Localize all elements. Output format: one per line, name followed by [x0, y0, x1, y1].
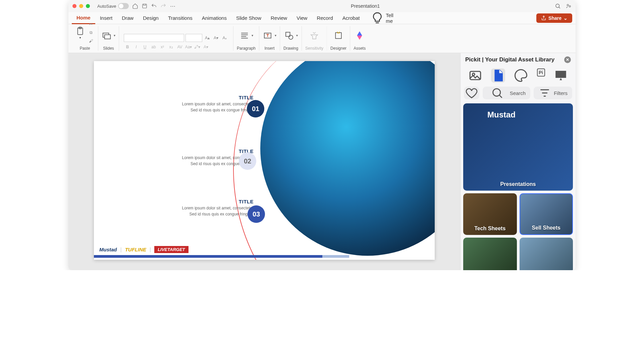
designer-icon[interactable]: [333, 31, 343, 41]
card-sell-sheets[interactable]: Sell Sheets: [520, 193, 573, 235]
content-area: TITLE Lorem ipsum dolor sit amet, consec…: [68, 53, 576, 270]
save-icon[interactable]: [142, 3, 148, 9]
card-presentations[interactable]: Mustad Presentations: [463, 103, 573, 191]
group-label: Assets: [354, 46, 366, 51]
group-label: Slides: [103, 46, 114, 51]
paste-icon[interactable]: [75, 26, 85, 36]
shapes-icon[interactable]: [284, 31, 294, 41]
svg-rect-11: [335, 33, 341, 39]
redo-icon[interactable]: [160, 3, 166, 9]
group-label: Designer: [330, 46, 346, 51]
group-label: Paste: [80, 46, 90, 51]
card-thumb[interactable]: [520, 238, 573, 270]
favorites-button[interactable]: [464, 87, 479, 99]
tab-view[interactable]: View: [292, 12, 312, 23]
close-window-button[interactable]: [72, 4, 76, 8]
tab-animations[interactable]: Animations: [197, 12, 231, 23]
superscript-button[interactable]: x²: [159, 43, 166, 51]
tab-acrobat[interactable]: Acrobat: [338, 12, 365, 23]
font-family-select[interactable]: [124, 34, 184, 42]
brand-mustad: Mustad: [99, 247, 117, 252]
group-sensitivity: Sensitivity: [302, 26, 327, 51]
slide-canvas-area[interactable]: TITLE Lorem ipsum dolor sit amet, consec…: [68, 53, 460, 270]
svg-rect-0: [143, 4, 147, 8]
italic-button[interactable]: I: [132, 43, 140, 51]
card-label: Tech Sheets: [463, 226, 517, 232]
strike-button[interactable]: ab: [150, 43, 157, 51]
badge-03: 03: [248, 205, 265, 223]
slide[interactable]: TITLE Lorem ipsum dolor sit amet, consec…: [94, 61, 435, 260]
tab-insert[interactable]: Insert: [95, 12, 117, 23]
tell-me-label: Tell me: [386, 12, 394, 24]
autosave-label: AutoSave: [97, 4, 116, 9]
group-paragraph: ▾ Paragraph: [233, 26, 259, 51]
underline-button[interactable]: U: [141, 43, 149, 51]
window-controls: [72, 4, 90, 8]
document-title: Presentation1: [179, 3, 551, 9]
share-button[interactable]: Share ⌄: [536, 13, 572, 23]
bold-button[interactable]: B: [124, 43, 131, 51]
progress-bar: [94, 255, 322, 258]
search-placeholder: Search: [510, 90, 526, 96]
undo-icon[interactable]: [151, 3, 157, 9]
search-input[interactable]: Search: [483, 87, 530, 99]
change-case-button[interactable]: Aa▾: [185, 43, 192, 51]
textbox-icon[interactable]: [263, 31, 273, 41]
tab-transitions[interactable]: Transitions: [163, 12, 197, 23]
svg-point-1: [556, 4, 559, 8]
tab-pi-icon[interactable]: Pi: [537, 68, 545, 77]
highlight-button[interactable]: 🖍▾: [194, 43, 201, 51]
card-label: Presentations: [463, 181, 573, 187]
minimize-window-button[interactable]: [79, 4, 83, 8]
group-clipboard: ▾ ✂ ⧉ 🖌 Paste: [72, 26, 98, 51]
svg-point-2: [567, 4, 569, 6]
autosave-control: AutoSave: [97, 3, 129, 9]
group-assets: Assets: [350, 26, 369, 51]
maximize-window-button[interactable]: [86, 4, 90, 8]
autosave-toggle[interactable]: [118, 3, 129, 9]
copy-icon[interactable]: ⧉: [87, 29, 95, 36]
svg-point-10: [288, 35, 293, 39]
new-slide-icon[interactable]: [102, 31, 112, 41]
slide-item-1: TITLE Lorem ipsum dolor sit amet, consec…: [182, 95, 254, 112]
assets-icon[interactable]: [355, 31, 365, 41]
cut-icon[interactable]: ✂: [87, 20, 95, 28]
card-brand-label: Mustad: [487, 110, 516, 119]
tab-review[interactable]: Review: [266, 12, 292, 23]
tab-documents-icon[interactable]: [491, 68, 505, 83]
increase-font-icon[interactable]: A▴: [204, 34, 211, 42]
item-line2: Sed id risus quis ex congue fringilla: [182, 108, 254, 112]
tab-draw[interactable]: Draw: [117, 12, 138, 23]
clear-format-icon[interactable]: Aₓ: [221, 34, 228, 42]
account-icon[interactable]: [566, 3, 572, 9]
more-icon[interactable]: ⋯: [170, 3, 176, 9]
subscript-button[interactable]: x₂: [167, 43, 175, 51]
asset-grid: Mustad Presentations Tech Sheets Sell Sh…: [461, 103, 576, 270]
tab-design[interactable]: Design: [138, 12, 163, 23]
tab-record[interactable]: Record: [312, 12, 337, 23]
share-label: Share: [548, 15, 561, 21]
search-icon[interactable]: [555, 3, 561, 9]
title-bar: AutoSave ⋯ Presentation1: [68, 0, 576, 12]
card-tech-sheets[interactable]: Tech Sheets: [463, 193, 517, 235]
panel-close-button[interactable]: ✕: [564, 56, 571, 63]
tab-slide-show[interactable]: Slide Show: [231, 12, 266, 23]
format-painter-icon[interactable]: 🖌: [87, 37, 95, 45]
font-size-select[interactable]: [185, 34, 202, 42]
badge-02: 02: [239, 152, 256, 170]
font-color-button[interactable]: A▾: [202, 43, 210, 51]
badge-01: 01: [247, 100, 264, 117]
item-title: TITLE: [182, 199, 254, 204]
decrease-font-icon[interactable]: A▾: [212, 34, 220, 42]
card-thumb[interactable]: [463, 238, 517, 270]
tab-images-icon[interactable]: [468, 68, 482, 83]
paragraph-icon[interactable]: [239, 31, 250, 41]
tab-presentation-icon[interactable]: [554, 68, 568, 83]
char-spacing-button[interactable]: AV: [176, 43, 183, 51]
card-label: Sell Sheets: [520, 225, 573, 231]
group-insert: ▾ Insert: [259, 26, 280, 51]
group-label: Insert: [265, 46, 275, 51]
home-icon[interactable]: [132, 3, 138, 9]
tab-palette-icon[interactable]: [514, 68, 528, 83]
filters-button[interactable]: Filters: [534, 87, 572, 99]
